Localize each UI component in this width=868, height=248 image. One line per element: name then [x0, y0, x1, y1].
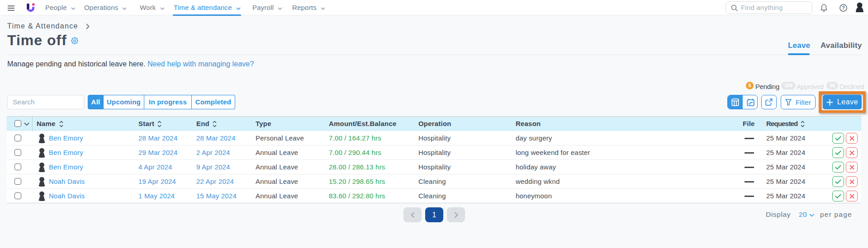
svg-text:?: ?: [842, 5, 844, 10]
